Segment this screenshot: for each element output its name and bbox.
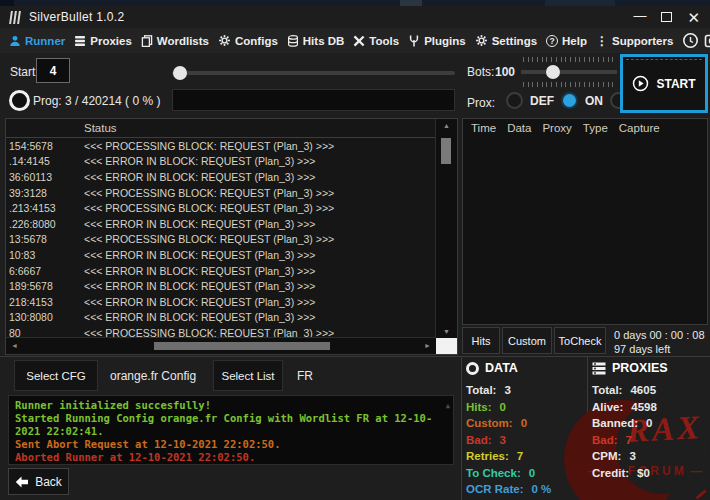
stat-row: Bad:3	[466, 432, 582, 449]
bots-label: Bots:	[467, 65, 494, 79]
log-row-source: 189:5678	[6, 280, 84, 292]
log-row[interactable]: 10:83<<< ERROR IN BLOCK: REQUEST (Plan_3…	[6, 247, 436, 263]
horizontal-scrollbar[interactable]: ◄ ►	[6, 337, 436, 354]
log-row[interactable]: 36:60113<<< ERROR IN BLOCK: REQUEST (Pla…	[6, 169, 436, 185]
nav-item-settings[interactable]: Settings	[475, 34, 537, 47]
stat-label: To Check:	[466, 467, 521, 479]
nav-item-proxies[interactable]: Proxies	[74, 35, 132, 47]
console-scroll-up-icon[interactable]: ▲	[446, 400, 450, 413]
proxies-panel-header: PROXIES	[592, 361, 706, 375]
maximize-icon[interactable]	[661, 12, 672, 22]
nav-item-help[interactable]: Help	[546, 35, 587, 47]
history-icon[interactable]	[682, 32, 699, 49]
log-row[interactable]: 39:3128<<< PROCESSING BLOCK: REQUEST (Pl…	[6, 185, 436, 201]
minimize-icon[interactable]: —	[633, 9, 646, 22]
title-bar: SilverBullet 1.0.2 — ✕	[0, 6, 710, 28]
vscroll-thumb[interactable]	[441, 138, 451, 164]
plugin-icon	[408, 35, 420, 47]
prox-on-radio[interactable]	[561, 92, 578, 109]
nav-item-supporters[interactable]: ⋮ Supporters	[596, 34, 673, 48]
stat-value: 0	[529, 467, 535, 479]
data-stats-panel: DATA Total:3Hits:0Custom:0Bad:3Retries:7…	[466, 361, 582, 498]
dots-icon: ⋮	[596, 34, 608, 48]
log-row[interactable]: .213:4153<<< PROCESSING BLOCK: REQUEST (…	[6, 200, 436, 216]
stat-row: Total:3	[466, 382, 582, 399]
stat-label: Hits:	[466, 401, 492, 413]
progress-radio[interactable]	[9, 90, 30, 111]
scroll-down-icon[interactable]: ▼	[436, 328, 457, 335]
camera-icon[interactable]	[704, 32, 710, 49]
col-capture: Capture	[619, 122, 660, 134]
stat-row: Bad:7	[592, 432, 706, 449]
log-row[interactable]: 13:5678<<< PROCESSING BLOCK: REQUEST (Pl…	[6, 232, 436, 248]
log-row[interactable]: 6:6667<<< ERROR IN BLOCK: REQUEST (Plan_…	[6, 263, 436, 279]
scroll-up-icon[interactable]: ▲	[436, 122, 457, 129]
start-button[interactable]: START	[620, 54, 708, 113]
nav-item-runner[interactable]: Runner	[9, 35, 65, 47]
log-row[interactable]: 218:4153<<< ERROR IN BLOCK: REQUEST (Pla…	[6, 294, 436, 310]
stat-value: 3	[629, 450, 635, 462]
database-icon	[287, 35, 299, 47]
proxies-panel-stats: Total:4605Alive:4598Banned:0Bad:7CPM:3Cr…	[592, 382, 706, 481]
console-line: Started Running Config orange.fr Config …	[15, 412, 439, 438]
runner-console[interactable]: ▲ Runner initialized succesfully!Started…	[8, 395, 454, 465]
log-row-source: .14:4145	[6, 155, 84, 167]
stat-row: Custom:0	[466, 415, 582, 432]
log-row-status: <<< ERROR IN BLOCK: REQUEST (Plan_3) >>>	[84, 296, 436, 308]
status-column-header: Status	[84, 122, 117, 134]
nav-item-hitsdb[interactable]: Hits DB	[287, 35, 345, 47]
proxies-stats-panel: PROXIES Total:4605Alive:4598Banned:0Bad:…	[592, 361, 706, 481]
data-panel-header: DATA	[466, 361, 582, 375]
log-row[interactable]: .14:4145<<< ERROR IN BLOCK: REQUEST (Pla…	[6, 154, 436, 170]
tools-icon	[353, 35, 365, 47]
log-row-status: <<< ERROR IN BLOCK: REQUEST (Plan_3) >>>	[84, 280, 436, 292]
stat-row: Retries:7	[466, 448, 582, 465]
log-row-source: 39:3128	[6, 187, 84, 199]
hscroll-thumb[interactable]	[154, 342, 330, 350]
stat-label: OCR Rate:	[466, 483, 524, 495]
log-row-status: <<< ERROR IN BLOCK: REQUEST (Plan_3) >>>	[84, 249, 436, 261]
tab-custom[interactable]: Custom	[502, 327, 552, 354]
scroll-right-icon[interactable]: ►	[424, 342, 431, 349]
log-row-source: 218:4153	[6, 296, 84, 308]
log-row[interactable]: 130:8080<<< ERROR IN BLOCK: REQUEST (Pla…	[6, 310, 436, 326]
progress-text: Prog: 3 / 420214 ( 0 % )	[33, 94, 160, 108]
log-row-status: <<< ERROR IN BLOCK: REQUEST (Plan_3) >>>	[84, 171, 436, 183]
stat-row: Alive:4598	[592, 399, 706, 416]
log-row-source: 13:5678	[6, 233, 84, 245]
vertical-scrollbar[interactable]: ▲ ▼	[435, 119, 457, 338]
start-input[interactable]	[36, 58, 70, 83]
proxies-icon	[74, 35, 86, 47]
nav-item-plugins[interactable]: Plugins	[408, 35, 466, 47]
stat-row: Banned:0	[592, 415, 706, 432]
stat-label: Banned:	[592, 417, 638, 429]
start-slider-thumb[interactable]	[173, 66, 187, 80]
wordlists-icon	[141, 35, 153, 47]
start-slider[interactable]	[172, 66, 455, 80]
stat-value: 0 %	[532, 483, 552, 495]
prox-on-label: ON	[585, 94, 603, 108]
prox-def-radio[interactable]	[506, 92, 523, 109]
tab-hits[interactable]: Hits	[462, 327, 500, 354]
select-cfg-button[interactable]: Select CFG	[14, 360, 98, 391]
log-row[interactable]: 154:5678<<< PROCESSING BLOCK: REQUEST (P…	[6, 138, 436, 154]
nav-item-wordlists[interactable]: Wordlists	[141, 35, 209, 47]
log-row-source: 6:6667	[6, 265, 84, 277]
log-row[interactable]: .226:8080<<< ERROR IN BLOCK: REQUEST (Pl…	[6, 216, 436, 232]
nav-bar: Runner Proxies Wordlists Configs Hits DB…	[0, 28, 710, 53]
nav-item-tools[interactable]: Tools	[353, 35, 399, 47]
scroll-left-icon[interactable]: ◄	[11, 342, 18, 349]
close-icon[interactable]: ✕	[687, 10, 700, 25]
bots-slider[interactable]	[521, 57, 617, 87]
log-row[interactable]: 189:5678<<< ERROR IN BLOCK: REQUEST (Pla…	[6, 278, 436, 294]
nav-item-configs[interactable]: Configs	[218, 34, 278, 47]
bots-value: 100	[495, 65, 515, 79]
select-list-button[interactable]: Select List	[213, 360, 283, 391]
back-button[interactable]: Back	[8, 468, 69, 495]
console-line: Runner initialized succesfully!	[15, 399, 439, 412]
stat-value: 4598	[631, 401, 657, 413]
tab-tocheck[interactable]: ToCheck	[554, 327, 606, 354]
bots-slider-thumb[interactable]	[546, 65, 560, 79]
log-row-status: <<< ERROR IN BLOCK: REQUEST (Plan_3) >>>	[84, 155, 436, 167]
col-type: Type	[583, 122, 608, 134]
